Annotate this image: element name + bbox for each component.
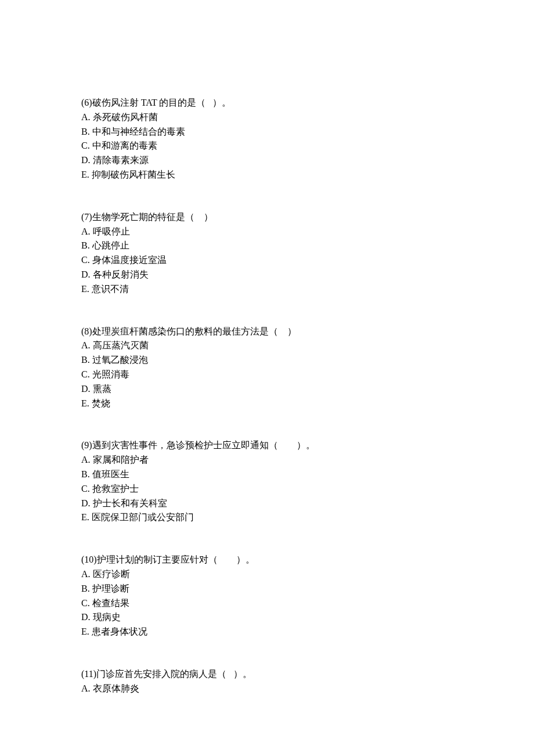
option-d: D. 现病史 [81, 610, 453, 625]
option-d: D. 各种反射消失 [81, 268, 453, 282]
option-d: D. 护士长和有关科室 [81, 496, 453, 511]
question-stem: (9)遇到灾害性事件，急诊预检护士应立即通知（ ）。 [81, 438, 453, 453]
option-c: C. 检查结果 [81, 596, 453, 611]
option-b: B. 值班医生 [81, 467, 453, 482]
option-e: E. 意识不清 [81, 282, 453, 297]
question-10: (10)护理计划的制订主要应针对（ ）。 A. 医疗诊断 B. 护理诊断 C. … [81, 553, 453, 639]
document-page: (6)破伤风注射 TAT 的目的是（ ）。 A. 杀死破伤风杆菌 B. 中和与神… [0, 0, 534, 756]
option-a: A. 医疗诊断 [81, 567, 453, 582]
question-stem: (6)破伤风注射 TAT 的目的是（ ）。 [81, 96, 453, 110]
option-b: B. 中和与神经结合的毒素 [81, 125, 453, 139]
option-b: B. 过氧乙酸浸泡 [81, 353, 453, 368]
option-e: E. 焚烧 [81, 397, 453, 411]
option-a: A. 杀死破伤风杆菌 [81, 110, 453, 125]
option-e: E. 抑制破伤风杆菌生长 [81, 168, 453, 182]
question-stem: (7)生物学死亡期的特征是（ ） [81, 210, 453, 225]
question-9: (9)遇到灾害性事件，急诊预检护士应立即通知（ ）。 A. 家属和陪护者 B. … [81, 438, 453, 525]
option-c: C. 中和游离的毒素 [81, 139, 453, 153]
question-stem: (10)护理计划的制订主要应针对（ ）。 [81, 553, 453, 567]
option-b: B. 心跳停止 [81, 239, 453, 253]
question-8: (8)处理炭疽杆菌感染伤口的敷料的最佳方法是（ ） A. 高压蒸汽灭菌 B. 过… [81, 325, 453, 411]
option-d: D. 熏蒸 [81, 382, 453, 397]
option-a: A. 呼吸停止 [81, 225, 453, 239]
option-e: E. 患者身体状况 [81, 625, 453, 639]
option-c: C. 光照消毒 [81, 368, 453, 382]
option-e: E. 医院保卫部门或公安部门 [81, 510, 453, 525]
option-a: A. 高压蒸汽灭菌 [81, 339, 453, 353]
option-b: B. 护理诊断 [81, 582, 453, 596]
option-d: D. 清除毒素来源 [81, 153, 453, 168]
question-6: (6)破伤风注射 TAT 的目的是（ ）。 A. 杀死破伤风杆菌 B. 中和与神… [81, 96, 453, 182]
question-stem: (8)处理炭疽杆菌感染伤口的敷料的最佳方法是（ ） [81, 325, 453, 339]
question-7: (7)生物学死亡期的特征是（ ） A. 呼吸停止 B. 心跳停止 C. 身体温度… [81, 210, 453, 297]
option-c: C. 抢救室护士 [81, 482, 453, 496]
option-a: A. 家属和陪护者 [81, 453, 453, 467]
option-a: A. 衣原体肺炎 [81, 682, 453, 696]
question-11: (11)门诊应首先安排入院的病人是（ ）。 A. 衣原体肺炎 [81, 667, 453, 696]
question-stem: (11)门诊应首先安排入院的病人是（ ）。 [81, 667, 453, 682]
option-c: C. 身体温度接近室温 [81, 253, 453, 268]
